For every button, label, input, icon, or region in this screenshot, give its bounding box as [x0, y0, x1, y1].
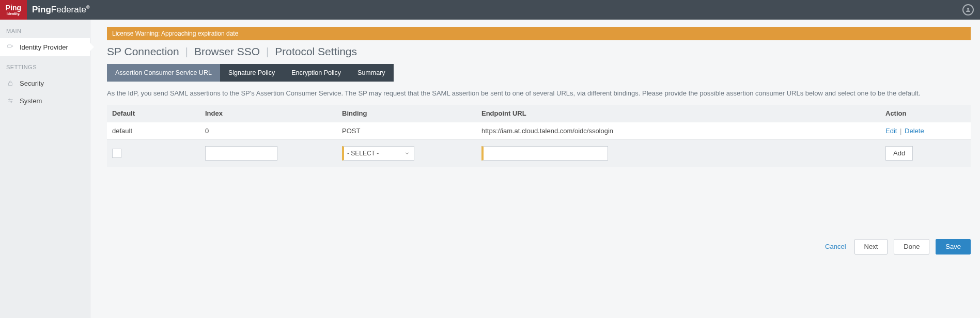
breadcrumb-protocol-settings: Protocol Settings — [275, 45, 357, 57]
next-button[interactable]: Next — [854, 239, 888, 255]
tab-summary[interactable]: Summary — [349, 64, 393, 82]
topbar: Ping Identity. PingFederate® — [0, 0, 980, 20]
default-checkbox[interactable] — [112, 149, 121, 158]
sidebar-item-label: Identity Provider — [20, 43, 68, 51]
sidebar: MAIN Identity Provider SETTINGS Security… — [0, 20, 90, 318]
lock-icon — [6, 79, 14, 87]
index-input[interactable] — [205, 146, 277, 161]
col-header-index: Index — [200, 105, 337, 122]
cancel-link[interactable]: Cancel — [825, 243, 846, 250]
sidebar-item-label: System — [20, 97, 42, 105]
acs-table: Default Index Binding Endpoint URL Actio… — [107, 105, 971, 167]
ping-identity-logo: Ping Identity. — [0, 0, 27, 20]
breadcrumb-sp-connection[interactable]: SP Connection — [107, 45, 179, 57]
cell-default: default — [107, 122, 200, 139]
new-entry-row: - SELECT - Add — [107, 139, 971, 167]
sidebar-item-system[interactable]: System — [0, 92, 90, 109]
cell-binding: POST — [337, 122, 476, 139]
cell-action: Edit | Delete — [880, 122, 971, 139]
breadcrumb-browser-sso[interactable]: Browser SSO — [194, 45, 260, 57]
binding-select[interactable]: - SELECT - — [342, 146, 414, 161]
user-menu-button[interactable] — [962, 4, 974, 15]
breadcrumb: SP Connection | Browser SSO | Protocol S… — [107, 43, 971, 64]
footer-actions: Cancel Next Done Save — [107, 239, 971, 255]
tab-encryption-policy[interactable]: Encryption Policy — [283, 64, 349, 82]
svg-point-0 — [967, 8, 969, 10]
endpoint-url-input[interactable] — [481, 146, 608, 161]
product-name: PingFederate® — [32, 5, 90, 15]
col-header-action: Action — [880, 105, 971, 122]
cell-index: 0 — [200, 122, 337, 139]
col-header-endpoint-url: Endpoint URL — [476, 105, 880, 122]
cell-endpoint-url: https://iam.at.cloud.talend.com/oidc/sso… — [476, 122, 880, 139]
sidebar-item-security[interactable]: Security — [0, 74, 90, 92]
sidebar-item-label: Security — [20, 80, 44, 87]
help-text: As the IdP, you send SAML assertions to … — [107, 89, 971, 99]
edit-link[interactable]: Edit — [885, 127, 897, 135]
user-icon — [965, 7, 971, 13]
main-content: License Warning: Approaching expiration … — [90, 20, 980, 318]
tabs: Assertion Consumer Service URL Signature… — [107, 64, 971, 82]
tab-assertion-consumer-service-url[interactable]: Assertion Consumer Service URL — [107, 64, 220, 82]
chevron-down-icon — [405, 151, 410, 156]
col-header-binding: Binding — [337, 105, 476, 122]
sidebar-item-identity-provider[interactable]: Identity Provider — [0, 38, 90, 56]
sidebar-section-settings: SETTINGS — [0, 56, 90, 74]
binding-select-value: - SELECT - — [347, 150, 379, 157]
delete-link[interactable]: Delete — [905, 127, 924, 135]
logo-block: Ping Identity. PingFederate® — [0, 0, 90, 20]
add-button[interactable]: Add — [885, 146, 913, 161]
sidebar-section-main: MAIN — [0, 20, 90, 38]
svg-rect-1 — [8, 45, 11, 47]
save-button[interactable]: Save — [936, 239, 971, 255]
sliders-icon — [6, 97, 14, 105]
col-header-default: Default — [107, 105, 200, 122]
done-button[interactable]: Done — [894, 239, 929, 255]
svg-rect-2 — [9, 83, 12, 85]
license-warning: License Warning: Approaching expiration … — [107, 27, 971, 40]
table-row: default 0 POST https://iam.at.cloud.tale… — [107, 122, 971, 139]
identity-provider-icon — [6, 43, 14, 51]
tab-signature-policy[interactable]: Signature Policy — [220, 64, 283, 82]
